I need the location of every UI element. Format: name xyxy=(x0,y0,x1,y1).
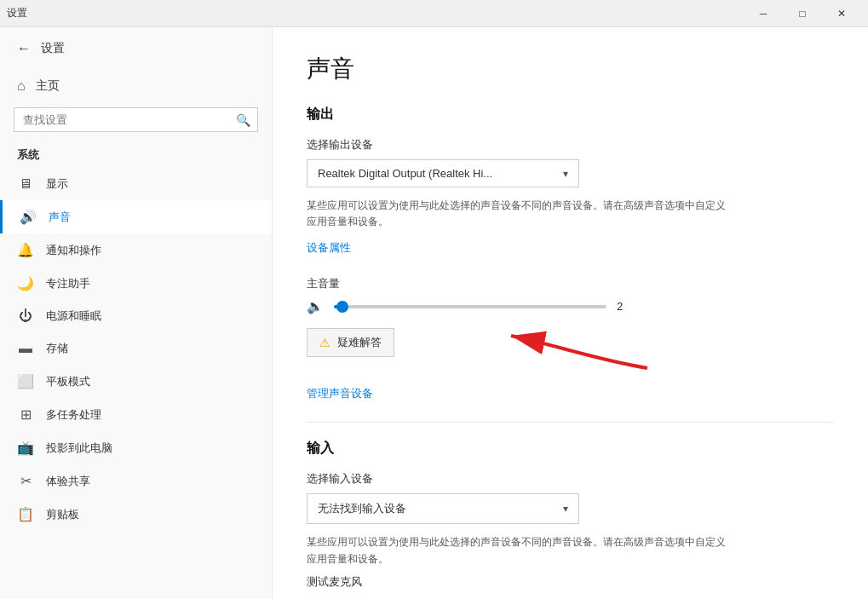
nav-item-sound[interactable]: 🔊 声音 xyxy=(0,200,272,233)
input-device-dropdown[interactable]: 无法找到输入设备 ▾ xyxy=(307,493,579,524)
nav-label-clipboard: 剪贴板 xyxy=(46,507,79,522)
nav-item-storage[interactable]: ▬ 存储 xyxy=(0,332,272,365)
input-section-title: 输入 xyxy=(307,440,834,458)
nav-label-tablet: 平板模式 xyxy=(46,374,90,389)
nav-label-storage: 存储 xyxy=(46,341,68,356)
title-bar-left: 设置 xyxy=(7,6,27,20)
search-icon: 🔍 xyxy=(236,113,250,127)
storage-icon: ▬ xyxy=(17,341,34,356)
nav-label-multitask: 多任务处理 xyxy=(46,407,101,423)
output-device-value: Realtek Digital Output (Realtek Hi... xyxy=(318,167,492,180)
input-field-label: 选择输入设备 xyxy=(307,471,834,487)
title-bar-controls: ─ □ ✕ xyxy=(744,0,861,27)
nav-item-multitask[interactable]: ⊞ 多任务处理 xyxy=(0,398,272,431)
app-body: ← 设置 ⌂ 主页 🔍 系统 🖥 显示 🔊 声音 🔔 通知和操作 🌙 专注助手 xyxy=(0,27,868,599)
search-input[interactable] xyxy=(14,108,257,131)
nav-label-display: 显示 xyxy=(46,176,68,192)
dropdown-arrow-icon: ▾ xyxy=(563,168,568,180)
nav-label-power: 电源和睡眠 xyxy=(46,308,101,324)
focus-icon: 🌙 xyxy=(17,275,34,291)
volume-slider-track[interactable] xyxy=(334,305,606,308)
page-title: 声音 xyxy=(307,53,834,85)
nav-label-notifications: 通知和操作 xyxy=(46,243,101,258)
volume-slider-thumb[interactable] xyxy=(336,301,348,313)
output-field-label: 选择输出设备 xyxy=(307,137,834,153)
content-area: 声音 输出 选择输出设备 Realtek Digital Output (Rea… xyxy=(273,27,868,599)
nav-item-power[interactable]: ⏻ 电源和睡眠 xyxy=(0,300,272,332)
clipboard-icon: 📋 xyxy=(17,506,34,522)
troubleshoot-button[interactable]: ⚠ 疑难解答 xyxy=(307,328,394,357)
power-icon: ⏻ xyxy=(17,308,34,324)
nav-label-share: 体验共享 xyxy=(46,474,90,489)
nav-item-share[interactable]: ✂ 体验共享 xyxy=(0,464,272,498)
tablet-icon: ⬜ xyxy=(17,373,34,389)
search-box: 🔍 xyxy=(14,107,258,132)
nav-item-clipboard[interactable]: 📋 剪贴板 xyxy=(0,498,272,531)
title-bar: 设置 ─ □ ✕ xyxy=(0,0,868,27)
warning-icon: ⚠ xyxy=(319,336,331,349)
troubleshoot-label: 疑难解答 xyxy=(337,335,382,350)
sidebar: ← 设置 ⌂ 主页 🔍 系统 🖥 显示 🔊 声音 🔔 通知和操作 🌙 专注助手 xyxy=(0,27,273,599)
nav-item-notifications[interactable]: 🔔 通知和操作 xyxy=(0,233,272,267)
input-info-text: 某些应用可以设置为使用与此处选择的声音设备不同的声音设备。请在高级声音选项中自定… xyxy=(307,534,733,567)
nav-item-focus[interactable]: 🌙 专注助手 xyxy=(0,267,272,300)
input-dropdown-arrow-icon: ▾ xyxy=(563,503,568,515)
section-divider xyxy=(307,422,834,423)
volume-label: 主音量 xyxy=(307,276,834,291)
title-bar-title: 设置 xyxy=(7,6,27,20)
volume-value: 2 xyxy=(617,300,634,313)
minimize-button[interactable]: ─ xyxy=(744,0,783,27)
notifications-icon: 🔔 xyxy=(17,242,34,258)
output-info-text: 某些应用可以设置为使用与此处选择的声音设备不同的声音设备。请在高级声音选项中自定… xyxy=(307,198,733,230)
close-button[interactable]: ✕ xyxy=(822,0,861,27)
nav-item-project[interactable]: 📺 投影到此电脑 xyxy=(0,431,272,464)
input-device-value: 无法找到输入设备 xyxy=(318,501,406,516)
volume-slider-row: 🔈 2 xyxy=(307,298,834,314)
output-device-dropdown[interactable]: Realtek Digital Output (Realtek Hi... ▾ xyxy=(307,159,579,187)
share-icon: ✂ xyxy=(17,473,34,489)
sidebar-header: ← 设置 xyxy=(0,27,272,70)
nav-label-sound: 声音 xyxy=(49,210,71,225)
display-icon: 🖥 xyxy=(17,176,34,192)
project-icon: 📺 xyxy=(17,440,34,456)
nav-label-focus: 专注助手 xyxy=(46,276,90,291)
nav-item-tablet[interactable]: ⬜ 平板模式 xyxy=(0,365,272,398)
volume-low-icon: 🔈 xyxy=(307,298,324,314)
sidebar-title-label: 设置 xyxy=(41,41,65,56)
system-section-label: 系统 xyxy=(0,137,272,168)
output-section-title: 输出 xyxy=(307,106,834,124)
nav-item-display[interactable]: 🖥 显示 xyxy=(0,168,272,200)
device-properties-link[interactable]: 设备属性 xyxy=(307,240,351,256)
test-mic-label: 测试麦克风 xyxy=(307,574,834,590)
home-nav-item[interactable]: ⌂ 主页 xyxy=(0,70,272,102)
home-label: 主页 xyxy=(36,78,60,94)
home-icon: ⌂ xyxy=(17,78,26,94)
sound-icon: 🔊 xyxy=(20,209,37,225)
manage-sound-link[interactable]: 管理声音设备 xyxy=(307,386,373,401)
maximize-button[interactable]: □ xyxy=(783,0,822,27)
volume-section: 主音量 🔈 2 xyxy=(307,276,834,314)
nav-label-project: 投影到此电脑 xyxy=(46,441,112,456)
back-button[interactable]: ← xyxy=(14,37,34,60)
multitask-icon: ⊞ xyxy=(17,406,34,423)
